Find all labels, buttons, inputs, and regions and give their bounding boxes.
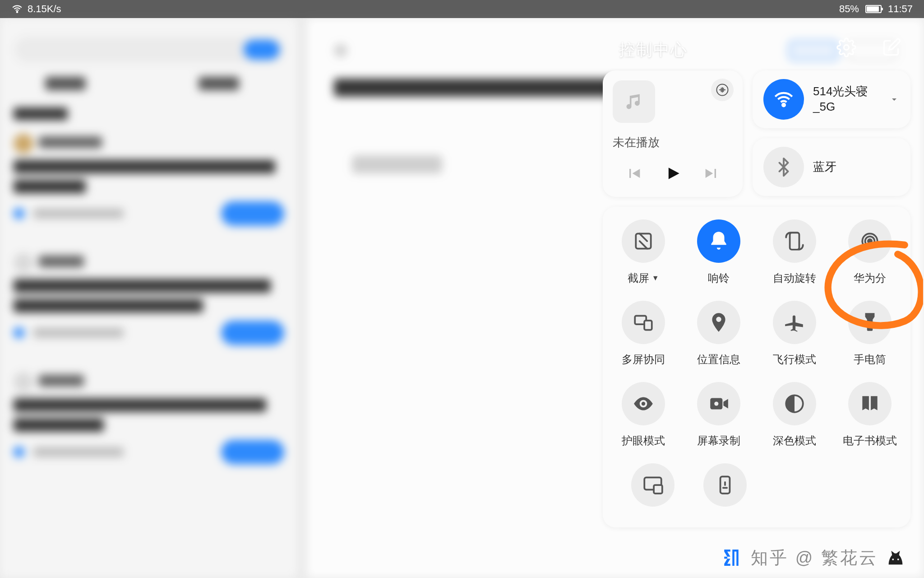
chevron-down-icon[interactable] <box>889 94 900 105</box>
wifi-name: 514光头寝_5G <box>813 84 880 115</box>
edit-icon[interactable] <box>882 37 901 57</box>
toggle-hotspot[interactable]: 华为分 <box>836 219 904 285</box>
battery-percent: 85% <box>839 3 859 15</box>
toggle-label: 屏幕录制 <box>697 434 740 448</box>
toggle-label: 自动旋转 <box>773 271 816 285</box>
zhihu-logo-icon <box>719 545 744 570</box>
clock: 11:57 <box>888 3 913 15</box>
control-center-title: 控制中心 <box>619 39 688 61</box>
svg-point-6 <box>868 239 872 243</box>
svg-rect-5 <box>790 233 799 250</box>
bluetooth-toggle-card[interactable]: 蓝牙 <box>753 138 910 196</box>
toggle-multi-screen[interactable]: 多屏协同 <box>610 301 677 367</box>
media-status-text: 未在播放 <box>613 135 733 150</box>
battery-icon <box>865 5 882 13</box>
watermark: 知乎 @ 繁花云 <box>719 545 906 570</box>
media-card: 未在播放 <box>603 70 743 197</box>
svg-point-9 <box>642 402 645 406</box>
wifi-toggle-card[interactable]: 514光头寝_5G <box>753 70 910 128</box>
toggle-eye-comfort[interactable]: 护眼模式 <box>610 382 677 448</box>
location-icon <box>697 301 740 344</box>
settings-icon[interactable] <box>836 37 856 57</box>
wifi-icon <box>763 79 804 120</box>
toggle-location[interactable]: 位置信息 <box>685 301 753 367</box>
toggle-dark-mode[interactable]: 深色模式 <box>761 382 828 448</box>
chevron-down-icon: ▼ <box>652 274 659 282</box>
toggle-label: 位置信息 <box>697 352 740 367</box>
media-next-button[interactable] <box>702 163 721 183</box>
toggle-label: 手电筒 <box>854 352 886 367</box>
dark-mode-icon <box>773 382 816 425</box>
svg-rect-14 <box>654 485 662 494</box>
control-center-panel: 控制中心 未在播放 <box>595 18 924 578</box>
toggles-grid: 截屏▼响铃自动旋转华为分多屏协同位置信息飞行模式手电筒护眼模式屏幕录制深色模式电… <box>603 207 910 527</box>
bluetooth-icon <box>763 147 804 187</box>
toggle-auto-rotate[interactable]: 自动旋转 <box>761 219 828 285</box>
toggle-screenshot[interactable]: 截屏▼ <box>610 219 677 285</box>
svg-point-3 <box>782 104 785 107</box>
bluetooth-label: 蓝牙 <box>813 159 900 175</box>
svg-point-11 <box>714 401 718 406</box>
svg-point-1 <box>844 45 849 50</box>
multi-screen-icon <box>622 301 665 344</box>
toggle-screen-record[interactable]: 屏幕录制 <box>685 382 753 448</box>
toggle-label: 响铃 <box>708 271 730 285</box>
flashlight-icon <box>848 301 892 344</box>
cat-icon <box>885 547 906 568</box>
ringer-icon <box>697 219 740 263</box>
svg-rect-8 <box>644 321 652 330</box>
toggle-ringer[interactable]: 响铃 <box>685 219 753 285</box>
svg-point-17 <box>897 559 899 560</box>
nfc-icon <box>703 463 747 507</box>
toggle-nfc[interactable] <box>691 463 759 515</box>
toggle-label: 截屏▼ <box>628 271 659 285</box>
svg-point-0 <box>17 11 18 13</box>
hotspot-icon <box>848 219 892 263</box>
toggle-label: 护眼模式 <box>622 434 665 448</box>
toggle-flashlight[interactable]: 手电筒 <box>836 301 904 367</box>
toggle-cast[interactable] <box>619 463 687 515</box>
toggle-label: 多屏协同 <box>622 352 665 367</box>
network-speed: 8.15K/s <box>28 3 61 15</box>
svg-rect-4 <box>636 233 651 248</box>
svg-point-16 <box>892 559 894 560</box>
watermark-text: 知乎 @ 繁花云 <box>751 546 878 569</box>
auto-rotate-icon <box>773 219 816 263</box>
audio-cast-icon[interactable] <box>711 79 734 101</box>
toggle-label: 华为分 <box>854 271 886 285</box>
wifi-status-icon <box>11 3 23 15</box>
ebook-mode-icon <box>848 382 892 425</box>
airplane-icon <box>773 301 816 344</box>
cast-icon <box>631 463 675 507</box>
toggle-ebook-mode[interactable]: 电子书模式 <box>836 382 904 448</box>
screen-record-icon <box>697 382 740 425</box>
toggle-label: 深色模式 <box>773 434 816 448</box>
music-note-icon <box>613 80 655 123</box>
media-play-button[interactable] <box>663 163 683 183</box>
toggle-label: 飞行模式 <box>773 352 816 367</box>
toggle-label: 电子书模式 <box>843 434 897 448</box>
media-prev-button[interactable] <box>624 163 644 183</box>
status-bar: 8.15K/s 85% 11:57 <box>0 0 924 18</box>
screenshot-icon <box>622 219 665 263</box>
eye-comfort-icon <box>622 382 665 425</box>
toggle-airplane[interactable]: 飞行模式 <box>761 301 828 367</box>
